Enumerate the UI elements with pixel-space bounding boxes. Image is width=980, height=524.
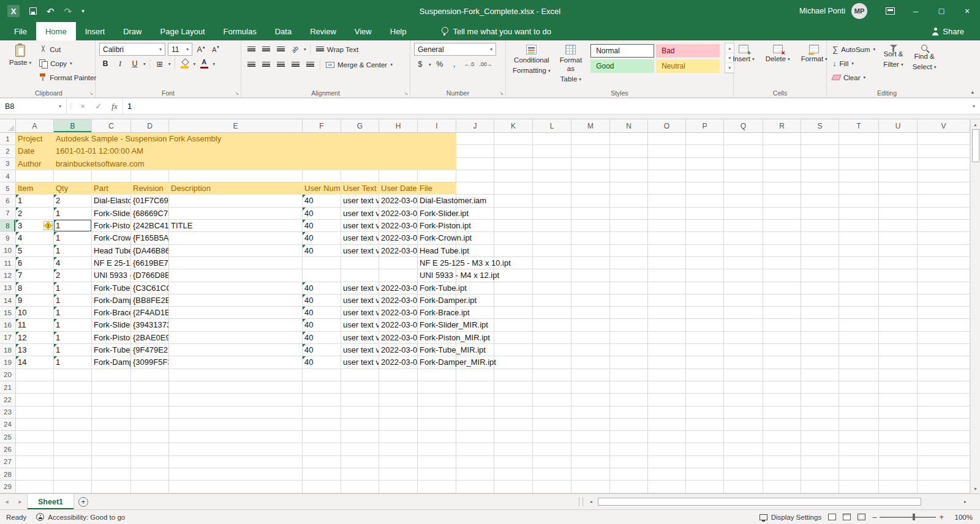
formula-bar-expand-button[interactable]: ▾ bbox=[968, 99, 980, 114]
cell-T8[interactable] bbox=[839, 220, 879, 232]
cell-N25[interactable] bbox=[610, 431, 648, 443]
cell-B3[interactable]: brainbucketsoftware.com bbox=[54, 158, 92, 170]
cell-K28[interactable] bbox=[494, 468, 533, 481]
cell-U20[interactable] bbox=[879, 369, 918, 381]
cell-C25[interactable] bbox=[92, 431, 131, 443]
cell-I2[interactable] bbox=[418, 145, 456, 157]
cell-G1[interactable] bbox=[341, 133, 379, 145]
cell-N22[interactable] bbox=[610, 394, 648, 406]
cell-S22[interactable] bbox=[801, 394, 839, 406]
cell-T13[interactable] bbox=[839, 282, 879, 294]
cell-G11[interactable] bbox=[341, 257, 379, 269]
cell-D8[interactable]: {242BC412 bbox=[131, 220, 169, 232]
cell-R13[interactable] bbox=[763, 282, 801, 294]
cell-U3[interactable] bbox=[879, 158, 918, 170]
tab-file[interactable]: File bbox=[5, 22, 36, 40]
row-header-26[interactable]: 26 bbox=[0, 443, 16, 455]
cell-U27[interactable] bbox=[879, 456, 918, 468]
cell-F25[interactable] bbox=[303, 431, 341, 443]
cell-P20[interactable] bbox=[686, 369, 724, 381]
cell-E29[interactable] bbox=[169, 481, 303, 493]
cell-F3[interactable] bbox=[303, 158, 341, 170]
cell-L10[interactable] bbox=[533, 245, 571, 257]
column-header-J[interactable]: J bbox=[456, 119, 494, 133]
row-header-12[interactable]: 12 bbox=[0, 269, 16, 282]
cell-R11[interactable] bbox=[763, 257, 801, 269]
cell-F22[interactable] bbox=[303, 394, 341, 406]
cell-J20[interactable] bbox=[456, 369, 494, 381]
cell-B25[interactable] bbox=[54, 431, 92, 443]
row-header-17[interactable]: 17 bbox=[0, 332, 16, 344]
cell-F14[interactable]: 40 bbox=[303, 294, 341, 307]
cell-A5[interactable]: Item bbox=[16, 182, 54, 195]
cell-N18[interactable] bbox=[610, 344, 648, 356]
cell-H10[interactable]: 2022-03-01 bbox=[379, 245, 418, 257]
column-header-R[interactable]: R bbox=[763, 119, 801, 133]
cell-V13[interactable] bbox=[918, 282, 970, 294]
cell-S15[interactable] bbox=[801, 307, 839, 319]
cell-B16[interactable]: 1 bbox=[54, 319, 92, 331]
cell-C12[interactable]: UNI 5933 - M4 x 12 bbox=[92, 269, 131, 282]
cell-M28[interactable] bbox=[571, 468, 610, 481]
cell-U26[interactable] bbox=[879, 443, 918, 455]
account-name[interactable]: Michael Ponti bbox=[799, 7, 845, 15]
cell-L2[interactable] bbox=[533, 145, 571, 157]
cell-H26[interactable] bbox=[379, 443, 418, 455]
cell-H25[interactable] bbox=[379, 431, 418, 443]
find-select-button[interactable]: Find & Select▾ bbox=[910, 43, 940, 73]
cell-T24[interactable] bbox=[839, 419, 879, 431]
row-header-18[interactable]: 18 bbox=[0, 344, 16, 356]
cell-C17[interactable]: Fork-Piston_MIR bbox=[92, 332, 131, 344]
column-header-V[interactable]: V bbox=[918, 119, 970, 133]
cell-C22[interactable] bbox=[92, 394, 131, 406]
cell-D5[interactable]: Revision bbox=[131, 182, 169, 195]
cell-U8[interactable] bbox=[879, 220, 918, 232]
cell-R15[interactable] bbox=[763, 307, 801, 319]
cell-O27[interactable] bbox=[648, 456, 686, 468]
cell-I1[interactable] bbox=[418, 133, 456, 145]
cell-B10[interactable]: 1 bbox=[54, 245, 92, 257]
cell-G17[interactable]: user text v bbox=[341, 332, 379, 344]
cell-K16[interactable] bbox=[494, 319, 533, 331]
cell-P4[interactable] bbox=[686, 170, 724, 182]
cell-O2[interactable] bbox=[648, 145, 686, 157]
cell-T28[interactable] bbox=[839, 468, 879, 481]
cell-Q13[interactable] bbox=[724, 282, 763, 294]
cell-A14[interactable]: 9 bbox=[16, 294, 54, 307]
cut-button[interactable]: Cut bbox=[37, 43, 98, 56]
cell-H24[interactable] bbox=[379, 419, 418, 431]
cell-Q11[interactable] bbox=[724, 257, 763, 269]
cell-F11[interactable] bbox=[303, 257, 341, 269]
cell-P12[interactable] bbox=[686, 269, 724, 282]
cell-F20[interactable] bbox=[303, 369, 341, 381]
cell-V5[interactable] bbox=[918, 182, 970, 195]
cell-T17[interactable] bbox=[839, 332, 879, 344]
cell-M7[interactable] bbox=[571, 208, 610, 220]
cell-G8[interactable]: user text v bbox=[341, 220, 379, 232]
cell-N8[interactable] bbox=[610, 220, 648, 232]
cell-M27[interactable] bbox=[571, 456, 610, 468]
cell-O28[interactable] bbox=[648, 468, 686, 481]
cell-P7[interactable] bbox=[686, 208, 724, 220]
row-header-11[interactable]: 11 bbox=[0, 257, 16, 269]
cell-N19[interactable] bbox=[610, 356, 648, 369]
cell-A10[interactable]: 5 bbox=[16, 245, 54, 257]
cancel-button[interactable]: × bbox=[75, 99, 91, 114]
column-header-H[interactable]: H bbox=[379, 119, 418, 133]
cell-L20[interactable] bbox=[533, 369, 571, 381]
wrap-text-button[interactable]: Wrap Text bbox=[314, 43, 360, 56]
cell-P25[interactable] bbox=[686, 431, 724, 443]
number-format-select[interactable]: General▾ bbox=[414, 43, 496, 56]
cell-A8[interactable]: 3! bbox=[16, 220, 54, 232]
cell-D4[interactable] bbox=[131, 170, 169, 182]
cell-B28[interactable] bbox=[54, 468, 92, 481]
cell-M23[interactable] bbox=[571, 406, 610, 419]
cell-J1[interactable] bbox=[456, 133, 494, 145]
cell-D7[interactable]: {68669C73 bbox=[131, 208, 169, 220]
cell-Q15[interactable] bbox=[724, 307, 763, 319]
cell-U17[interactable] bbox=[879, 332, 918, 344]
cell-A12[interactable]: 7 bbox=[16, 269, 54, 282]
cell-O4[interactable] bbox=[648, 170, 686, 182]
cell-Q21[interactable] bbox=[724, 381, 763, 394]
cell-O16[interactable] bbox=[648, 319, 686, 331]
